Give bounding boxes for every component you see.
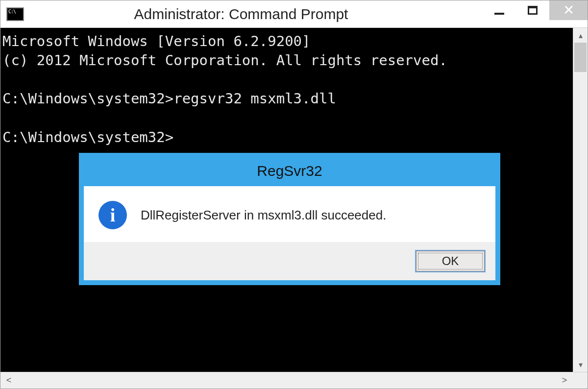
dialog-footer: OK <box>84 242 495 280</box>
regsvr32-dialog[interactable]: RegSvr32 i DllRegisterServer in msxml3.d… <box>79 153 500 285</box>
scroll-corner <box>573 372 588 389</box>
maximize-icon <box>528 6 538 15</box>
scroll-right-arrow-icon[interactable]: > <box>556 372 573 389</box>
terminal-line: Microsoft Windows [Version 6.2.9200] <box>2 33 311 49</box>
terminal-prompt: C:\Windows\system32> <box>2 129 173 146</box>
scroll-up-arrow-icon[interactable]: ▴ <box>573 28 588 43</box>
scroll-left-arrow-icon[interactable]: < <box>0 372 17 389</box>
close-button[interactable]: ✕ <box>549 0 588 20</box>
titlebar[interactable]: Administrator: Command Prompt ✕ <box>0 0 588 28</box>
minimize-icon <box>494 13 504 15</box>
vscroll-thumb[interactable] <box>574 43 587 72</box>
scroll-down-arrow-icon[interactable]: ▾ <box>573 357 588 372</box>
terminal-line: (c) 2012 Microsoft Corporation. All righ… <box>2 52 447 69</box>
vertical-scrollbar[interactable]: ▴ ▾ <box>573 28 588 372</box>
cmd-icon <box>6 7 24 21</box>
ok-button[interactable]: OK <box>416 251 485 271</box>
vscroll-track[interactable] <box>573 43 588 357</box>
info-icon: i <box>98 201 127 229</box>
content-area: Microsoft Windows [Version 6.2.9200] (c)… <box>0 28 588 389</box>
window-title: Administrator: Command Prompt <box>0 6 483 23</box>
maximize-button[interactable] <box>516 0 549 20</box>
command-prompt-window: Administrator: Command Prompt ✕ Microsof… <box>0 0 588 389</box>
window-controls: ✕ <box>483 0 588 27</box>
minimize-button[interactable] <box>483 0 516 20</box>
dialog-body: i DllRegisterServer in msxml3.dll succee… <box>84 186 495 242</box>
dialog-message: DllRegisterServer in msxml3.dll succeede… <box>141 208 386 223</box>
terminal-line: C:\Windows\system32>regsvr32 msxml3.dll <box>2 90 336 107</box>
close-icon: ✕ <box>563 3 574 17</box>
horizontal-scrollbar[interactable]: < > <box>0 372 588 389</box>
dialog-title: RegSvr32 <box>84 158 495 186</box>
